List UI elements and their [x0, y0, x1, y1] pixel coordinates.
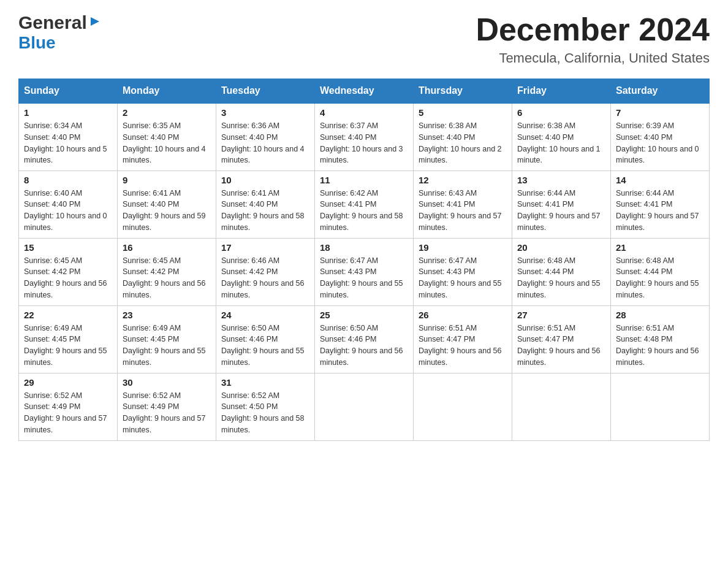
- calendar-header-sunday: Sunday: [19, 79, 118, 104]
- calendar-header-monday: Monday: [118, 79, 216, 104]
- month-title: December 2024: [476, 12, 710, 47]
- calendar-header-row: SundayMondayTuesdayWednesdayThursdayFrid…: [19, 79, 710, 104]
- day-number: 16: [123, 242, 211, 253]
- calendar-cell: 21Sunrise: 6:48 AMSunset: 4:44 PMDayligh…: [611, 238, 710, 305]
- day-number: 25: [320, 310, 408, 320]
- calendar-cell: 29Sunrise: 6:52 AMSunset: 4:49 PMDayligh…: [19, 373, 118, 440]
- day-info: Sunrise: 6:45 AMSunset: 4:42 PMDaylight:…: [24, 255, 112, 301]
- day-info: Sunrise: 6:38 AMSunset: 4:40 PMDaylight:…: [419, 120, 507, 166]
- calendar-cell: 25Sunrise: 6:50 AMSunset: 4:46 PMDayligh…: [315, 305, 414, 373]
- day-number: 19: [419, 242, 507, 253]
- calendar-cell: 15Sunrise: 6:45 AMSunset: 4:42 PMDayligh…: [19, 238, 118, 305]
- day-number: 26: [419, 310, 507, 320]
- day-number: 28: [616, 310, 704, 320]
- day-number: 4: [320, 107, 408, 118]
- day-number: 3: [221, 107, 309, 118]
- day-number: 7: [616, 107, 704, 118]
- logo: General Blue: [18, 12, 102, 53]
- logo-blue-text: Blue: [18, 33, 56, 53]
- calendar-cell: [414, 373, 512, 440]
- calendar-cell: [611, 373, 710, 440]
- day-info: Sunrise: 6:51 AMSunset: 4:48 PMDaylight:…: [616, 323, 704, 369]
- calendar-header-saturday: Saturday: [611, 79, 710, 104]
- calendar-week-row: 8Sunrise: 6:40 AMSunset: 4:40 PMDaylight…: [19, 170, 710, 238]
- calendar-cell: 1Sunrise: 6:34 AMSunset: 4:40 PMDaylight…: [19, 103, 118, 170]
- calendar-cell: 19Sunrise: 6:47 AMSunset: 4:43 PMDayligh…: [414, 238, 512, 305]
- day-info: Sunrise: 6:37 AMSunset: 4:40 PMDaylight:…: [320, 120, 408, 166]
- calendar-cell: [512, 373, 611, 440]
- calendar-week-row: 1Sunrise: 6:34 AMSunset: 4:40 PMDaylight…: [19, 103, 710, 170]
- day-info: Sunrise: 6:51 AMSunset: 4:47 PMDaylight:…: [517, 323, 605, 369]
- day-info: Sunrise: 6:52 AMSunset: 4:49 PMDaylight:…: [24, 390, 112, 436]
- calendar-cell: 27Sunrise: 6:51 AMSunset: 4:47 PMDayligh…: [512, 305, 611, 373]
- day-number: 21: [616, 242, 704, 253]
- calendar-header-tuesday: Tuesday: [216, 79, 315, 104]
- calendar-header-wednesday: Wednesday: [315, 79, 414, 104]
- calendar-cell: 7Sunrise: 6:39 AMSunset: 4:40 PMDaylight…: [611, 103, 710, 170]
- day-info: Sunrise: 6:34 AMSunset: 4:40 PMDaylight:…: [24, 120, 112, 166]
- day-number: 31: [221, 377, 309, 388]
- day-info: Sunrise: 6:43 AMSunset: 4:41 PMDaylight:…: [419, 188, 507, 234]
- calendar-cell: 24Sunrise: 6:50 AMSunset: 4:46 PMDayligh…: [216, 305, 315, 373]
- day-info: Sunrise: 6:46 AMSunset: 4:42 PMDaylight:…: [221, 255, 309, 301]
- calendar-cell: 17Sunrise: 6:46 AMSunset: 4:42 PMDayligh…: [216, 238, 315, 305]
- day-info: Sunrise: 6:35 AMSunset: 4:40 PMDaylight:…: [123, 120, 211, 166]
- calendar-cell: 3Sunrise: 6:36 AMSunset: 4:40 PMDaylight…: [216, 103, 315, 170]
- day-number: 6: [517, 107, 605, 118]
- calendar-cell: 16Sunrise: 6:45 AMSunset: 4:42 PMDayligh…: [118, 238, 216, 305]
- day-number: 24: [221, 310, 309, 320]
- calendar-cell: 20Sunrise: 6:48 AMSunset: 4:44 PMDayligh…: [512, 238, 611, 305]
- calendar-cell: 18Sunrise: 6:47 AMSunset: 4:43 PMDayligh…: [315, 238, 414, 305]
- title-section: December 2024 Temecula, California, Unit…: [476, 12, 710, 66]
- day-number: 27: [517, 310, 605, 320]
- calendar-cell: 8Sunrise: 6:40 AMSunset: 4:40 PMDaylight…: [19, 170, 118, 238]
- calendar-cell: 14Sunrise: 6:44 AMSunset: 4:41 PMDayligh…: [611, 170, 710, 238]
- calendar-cell: 31Sunrise: 6:52 AMSunset: 4:50 PMDayligh…: [216, 373, 315, 440]
- calendar-week-row: 15Sunrise: 6:45 AMSunset: 4:42 PMDayligh…: [19, 238, 710, 305]
- day-info: Sunrise: 6:48 AMSunset: 4:44 PMDaylight:…: [517, 255, 605, 301]
- day-number: 15: [24, 242, 112, 253]
- day-number: 2: [123, 107, 211, 118]
- day-number: 30: [123, 377, 211, 388]
- day-number: 17: [221, 242, 309, 253]
- day-info: Sunrise: 6:41 AMSunset: 4:40 PMDaylight:…: [221, 188, 309, 234]
- calendar-cell: 6Sunrise: 6:38 AMSunset: 4:40 PMDaylight…: [512, 103, 611, 170]
- day-info: Sunrise: 6:52 AMSunset: 4:50 PMDaylight:…: [221, 390, 309, 436]
- day-info: Sunrise: 6:50 AMSunset: 4:46 PMDaylight:…: [320, 323, 408, 369]
- day-info: Sunrise: 6:49 AMSunset: 4:45 PMDaylight:…: [24, 323, 112, 369]
- calendar-cell: 13Sunrise: 6:44 AMSunset: 4:41 PMDayligh…: [512, 170, 611, 238]
- day-number: 8: [24, 175, 112, 185]
- day-info: Sunrise: 6:47 AMSunset: 4:43 PMDaylight:…: [320, 255, 408, 301]
- calendar-cell: 12Sunrise: 6:43 AMSunset: 4:41 PMDayligh…: [414, 170, 512, 238]
- logo-general-text: General: [18, 12, 87, 33]
- logo-arrow-icon: [88, 15, 102, 31]
- calendar-cell: 23Sunrise: 6:49 AMSunset: 4:45 PMDayligh…: [118, 305, 216, 373]
- day-number: 12: [419, 175, 507, 185]
- day-info: Sunrise: 6:38 AMSunset: 4:40 PMDaylight:…: [517, 120, 605, 166]
- day-number: 5: [419, 107, 507, 118]
- calendar-cell: 2Sunrise: 6:35 AMSunset: 4:40 PMDaylight…: [118, 103, 216, 170]
- day-info: Sunrise: 6:40 AMSunset: 4:40 PMDaylight:…: [24, 188, 112, 234]
- day-number: 22: [24, 310, 112, 320]
- location-title: Temecula, California, United States: [476, 50, 710, 66]
- calendar-cell: 10Sunrise: 6:41 AMSunset: 4:40 PMDayligh…: [216, 170, 315, 238]
- calendar-week-row: 29Sunrise: 6:52 AMSunset: 4:49 PMDayligh…: [19, 373, 710, 440]
- day-number: 14: [616, 175, 704, 185]
- calendar-cell: 5Sunrise: 6:38 AMSunset: 4:40 PMDaylight…: [414, 103, 512, 170]
- day-info: Sunrise: 6:44 AMSunset: 4:41 PMDaylight:…: [616, 188, 704, 234]
- day-number: 29: [24, 377, 112, 388]
- calendar-cell: 22Sunrise: 6:49 AMSunset: 4:45 PMDayligh…: [19, 305, 118, 373]
- calendar-header-thursday: Thursday: [414, 79, 512, 104]
- day-info: Sunrise: 6:50 AMSunset: 4:46 PMDaylight:…: [221, 323, 309, 369]
- calendar-cell: 11Sunrise: 6:42 AMSunset: 4:41 PMDayligh…: [315, 170, 414, 238]
- day-number: 10: [221, 175, 309, 185]
- day-info: Sunrise: 6:51 AMSunset: 4:47 PMDaylight:…: [419, 323, 507, 369]
- day-info: Sunrise: 6:47 AMSunset: 4:43 PMDaylight:…: [419, 255, 507, 301]
- svg-marker-0: [91, 17, 99, 26]
- day-number: 23: [123, 310, 211, 320]
- calendar-table: SundayMondayTuesdayWednesdayThursdayFrid…: [18, 79, 710, 441]
- calendar-cell: 9Sunrise: 6:41 AMSunset: 4:40 PMDaylight…: [118, 170, 216, 238]
- day-number: 20: [517, 242, 605, 253]
- day-number: 9: [123, 175, 211, 185]
- calendar-header-friday: Friday: [512, 79, 611, 104]
